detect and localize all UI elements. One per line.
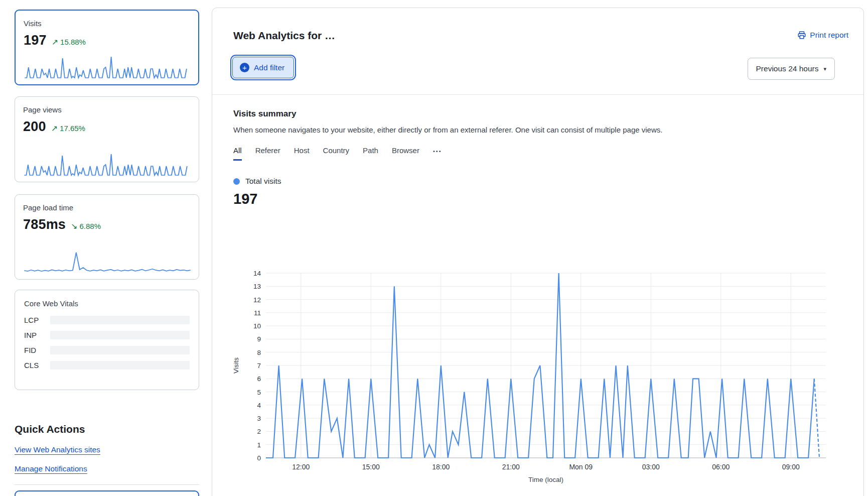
quick-actions-links: View Web Analytics sites Manage Notifica… <box>15 435 199 473</box>
metric-card-trend: ↗15.88% <box>52 37 86 47</box>
quick-action-manage-notifications[interactable]: Manage Notifications <box>15 464 87 473</box>
svg-text:0: 0 <box>257 454 261 462</box>
trend-arrow-icon: ↗ <box>52 38 58 46</box>
svg-text:18:00: 18:00 <box>432 463 450 471</box>
metric-card-value: 200 <box>23 119 46 135</box>
print-report-label: Print report <box>810 31 848 40</box>
legend-dot-icon <box>233 178 240 185</box>
visits-summary-description: When someone navigates to your website, … <box>233 126 848 134</box>
vital-bar-track <box>50 361 190 369</box>
plus-circle-icon: + <box>240 63 249 72</box>
tab-more[interactable]: ••• <box>433 146 442 161</box>
metric-card-title: Page load time <box>23 203 191 212</box>
time-range-dropdown[interactable]: Previous 24 hours ▾ <box>748 58 835 80</box>
svg-text:12: 12 <box>253 296 261 304</box>
vital-label: CLS <box>24 361 50 369</box>
trend-percent: 15.88% <box>60 38 86 46</box>
vital-label: INP <box>24 331 50 339</box>
time-range-label: Previous 24 hours <box>756 64 819 73</box>
print-report-link[interactable]: Print report <box>797 31 848 40</box>
metric-sparkline <box>24 55 191 79</box>
vital-label: LCP <box>24 316 50 324</box>
metric-card-value: 197 <box>24 33 47 48</box>
metric-cards: Visits 197 ↗15.88% Page views 200 ↗17.65… <box>15 10 199 280</box>
core-web-vitals-card: Core Web Vitals LCP INP FID CLS <box>15 290 199 390</box>
page: Visits 197 ↗15.88% Page views 200 ↗17.65… <box>0 0 868 496</box>
trend-percent: 6.88% <box>79 222 101 230</box>
svg-text:6: 6 <box>257 375 261 383</box>
svg-text:4: 4 <box>257 402 261 409</box>
total-visits-value: 197 <box>233 191 848 207</box>
svg-text:5: 5 <box>257 389 261 396</box>
svg-text:14: 14 <box>253 270 261 277</box>
vital-bar-track <box>50 316 190 324</box>
core-web-vitals-title: Core Web Vitals <box>24 299 190 308</box>
svg-text:21:00: 21:00 <box>502 463 520 471</box>
tab-country[interactable]: Country <box>323 146 350 161</box>
core-web-vitals-rows: LCP INP FID CLS <box>24 316 190 369</box>
svg-text:1: 1 <box>257 441 261 449</box>
metric-card-page-views[interactable]: Page views 200 ↗17.65% <box>15 96 199 182</box>
tab-all[interactable]: All <box>233 146 242 161</box>
svg-text:15:00: 15:00 <box>362 463 380 471</box>
trend-arrow-icon: ↗ <box>51 124 58 133</box>
metric-card-title: Page views <box>23 105 191 114</box>
metric-card-trend: ↘6.88% <box>71 221 101 231</box>
visits-summary-title: Visits summary <box>233 109 848 119</box>
metric-card-trend: ↗17.65% <box>51 123 85 133</box>
add-filter-label: Add filter <box>254 63 284 72</box>
vital-row-fid: FID <box>24 346 190 354</box>
svg-text:2: 2 <box>257 428 261 435</box>
tab-browser[interactable]: Browser <box>392 146 419 161</box>
svg-text:06:00: 06:00 <box>712 463 730 471</box>
trend-percent: 17.65% <box>60 124 85 133</box>
svg-text:Time (local): Time (local) <box>528 476 563 483</box>
metrics-sidebar: Visits 197 ↗15.88% Page views 200 ↗17.65… <box>15 0 199 496</box>
metric-sparkline <box>23 250 192 274</box>
legend-label: Total visits <box>245 177 281 186</box>
svg-text:10: 10 <box>253 322 261 330</box>
page-title: Web Analytics for … <box>233 30 848 42</box>
visits-line-chart: 0123456789101112131412:0015:0018:0021:00… <box>222 262 854 492</box>
metric-card-value: 785ms <box>23 217 66 232</box>
trend-arrow-icon: ↘ <box>71 222 77 230</box>
svg-text:8: 8 <box>257 349 261 356</box>
visits-summary-section: Visits summary When someone navigates to… <box>212 95 863 207</box>
main-panel: Web Analytics for … Print report + Add f… <box>212 8 864 496</box>
chart-legend: Total visits <box>233 177 848 186</box>
svg-text:09:00: 09:00 <box>782 463 800 471</box>
metric-card-page-load-time[interactable]: Page load time 785ms ↘6.88% <box>15 194 199 280</box>
svg-text:9: 9 <box>257 335 261 343</box>
vital-label: FID <box>24 346 50 354</box>
svg-text:03:00: 03:00 <box>642 463 660 471</box>
add-filter-button[interactable]: + Add filter <box>232 57 294 78</box>
svg-text:3: 3 <box>257 415 261 422</box>
partial-card-below-fold[interactable] <box>15 490 199 496</box>
printer-icon <box>797 31 806 40</box>
dimension-tabs: All Referer Host Country Path Browser ••… <box>233 146 848 161</box>
quick-action-view-web-analytics-sites[interactable]: View Web Analytics sites <box>15 445 100 454</box>
metric-card-title: Visits <box>24 19 190 28</box>
quick-actions-title: Quick Actions <box>15 423 199 435</box>
vital-row-cls: CLS <box>24 361 190 369</box>
svg-text:Visits: Visits <box>232 357 240 374</box>
vital-bar-track <box>50 346 190 354</box>
tab-host[interactable]: Host <box>294 146 310 161</box>
svg-text:Mon 09: Mon 09 <box>569 463 593 471</box>
chevron-down-icon: ▾ <box>823 66 826 72</box>
sidebar-divider <box>15 484 199 485</box>
controls-row: + Add filter Previous 24 hours ▾ <box>212 57 863 83</box>
svg-text:11: 11 <box>254 309 261 317</box>
tab-referer[interactable]: Referer <box>255 146 280 161</box>
metric-card-visits[interactable]: Visits 197 ↗15.88% <box>15 10 199 85</box>
vital-row-inp: INP <box>24 331 190 339</box>
tab-path[interactable]: Path <box>363 146 378 161</box>
panel-header: Web Analytics for … Print report <box>212 8 863 42</box>
svg-text:12:00: 12:00 <box>292 463 310 471</box>
vital-bar-track <box>50 331 190 339</box>
metric-sparkline <box>23 153 192 177</box>
svg-text:13: 13 <box>253 283 261 290</box>
vital-row-lcp: LCP <box>24 316 190 324</box>
svg-text:7: 7 <box>257 362 261 369</box>
